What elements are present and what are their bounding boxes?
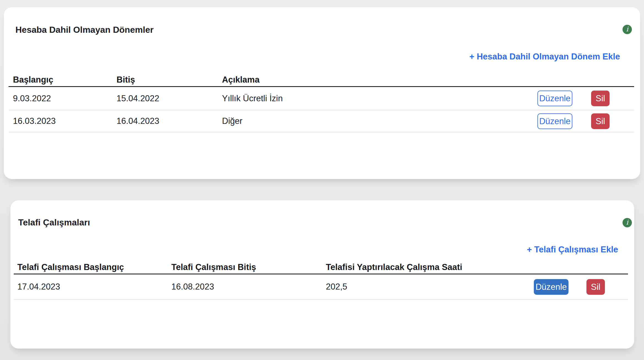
start-date-cell: 9.03.2022 (9, 94, 112, 103)
delete-button[interactable]: Sil (586, 279, 605, 295)
column-header-hours: Telafisi Yaptırılacak Çalışma Saati (322, 262, 628, 272)
column-header-end: Telafi Çalışması Bitiş (168, 262, 322, 272)
table-header-row: Telafi Çalışması Başlangıç Telafi Çalışm… (14, 261, 628, 274)
start-date-cell: 16.03.2023 (9, 116, 112, 126)
info-icon-glyph: i (626, 26, 628, 32)
row-actions: Düzenle Sil (534, 279, 628, 295)
delete-button[interactable]: Sil (591, 91, 610, 106)
row-actions: Düzenle Sil (537, 91, 634, 106)
excluded-periods-card: Hesaba Dahil Olmayan Dönemler i + Hesaba… (4, 7, 640, 179)
end-date-cell: 15.04.2022 (112, 94, 218, 103)
table-row: 9.03.2022 15.04.2022 Yıllık Ücretli İzin… (9, 87, 634, 110)
column-header-end: Bitiş (112, 75, 218, 85)
start-date-cell: 17.04.2023 (14, 282, 168, 292)
table-row: 16.03.2023 16.04.2023 Diğer Düzenle Sil (9, 110, 634, 132)
excluded-periods-title: Hesaba Dahil Olmayan Dönemler (15, 24, 154, 35)
compensation-works-table: Telafi Çalışması Başlangıç Telafi Çalışm… (14, 261, 628, 300)
delete-button[interactable]: Sil (591, 113, 610, 129)
description-cell: Yıllık Ücretli İzin (218, 94, 537, 103)
info-icon-glyph: i (626, 219, 628, 226)
info-icon[interactable]: i (623, 218, 632, 227)
edit-button[interactable]: Düzenle (537, 113, 572, 129)
column-header-start: Başlangıç (9, 75, 112, 85)
edit-button[interactable]: Düzenle (537, 91, 572, 106)
description-cell: Diğer (218, 116, 537, 126)
hours-cell: 202,5 (322, 282, 534, 292)
add-excluded-period-link[interactable]: + Hesaba Dahil Olmayan Dönem Ekle (469, 51, 620, 62)
column-header-start: Telafi Çalışması Başlangıç (14, 262, 168, 272)
table-row: 17.04.2023 16.08.2023 202,5 Düzenle Sil (14, 274, 628, 300)
row-actions: Düzenle Sil (537, 113, 634, 129)
edit-button[interactable]: Düzenle (534, 279, 569, 295)
add-compensation-work-link[interactable]: + Telafi Çalışması Ekle (527, 244, 618, 255)
excluded-periods-table: Başlangıç Bitiş Açıklama 9.03.2022 15.04… (9, 73, 634, 132)
table-header-row: Başlangıç Bitiş Açıklama (9, 73, 634, 87)
compensation-works-card: Telafi Çalışmaları i + Telafi Çalışması … (10, 200, 634, 349)
column-header-description: Açıklama (218, 75, 634, 85)
end-date-cell: 16.04.2023 (112, 116, 218, 126)
info-icon[interactable]: i (623, 25, 632, 34)
end-date-cell: 16.08.2023 (168, 282, 322, 292)
compensation-works-title: Telafi Çalışmaları (18, 217, 90, 228)
